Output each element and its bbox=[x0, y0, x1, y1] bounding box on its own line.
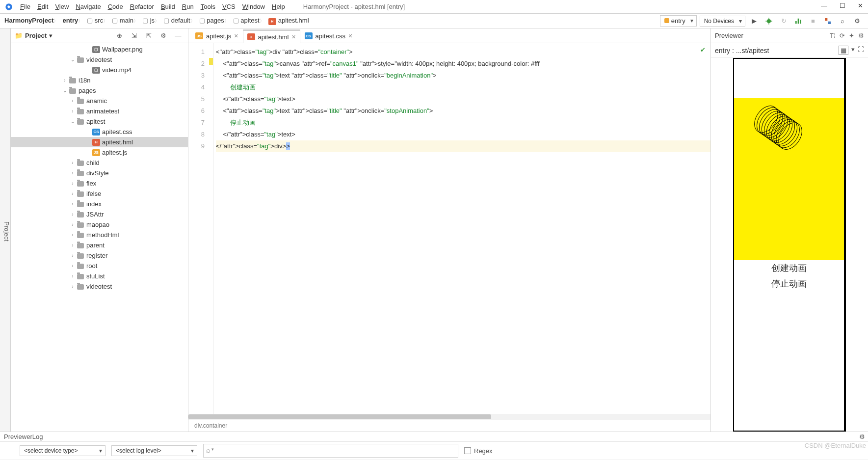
editor-scrollbar[interactable] bbox=[188, 414, 710, 420]
tree-item[interactable]: ›anamic bbox=[11, 96, 188, 106]
tree-item[interactable]: ⌄videotest bbox=[11, 54, 188, 65]
breadcrumb-item[interactable]: Hapitest.hml bbox=[266, 16, 311, 25]
tree-item[interactable]: ›root bbox=[11, 261, 188, 271]
expand-all-icon[interactable]: ⇲ bbox=[128, 30, 140, 42]
close-tab-icon[interactable]: × bbox=[291, 33, 295, 41]
preview-text-begin[interactable]: 创建动画 bbox=[734, 260, 844, 276]
preview-text-stop[interactable]: 停止动画 bbox=[734, 276, 844, 292]
menu-bar: FileEditViewNavigateCodeRefactorBuildRun… bbox=[0, 0, 868, 14]
problems-indicator-icon[interactable]: ✔ bbox=[700, 46, 706, 54]
breadcrumb-item[interactable]: ▢ pages bbox=[197, 16, 231, 25]
profile-icon[interactable] bbox=[792, 15, 804, 27]
breadcrumb-item[interactable]: ▢ js bbox=[140, 16, 161, 25]
tree-item[interactable]: ›videotest bbox=[11, 281, 188, 292]
search-everywhere-icon[interactable]: ⌕ bbox=[837, 15, 848, 27]
breadcrumb-item[interactable]: ▢ apitest bbox=[231, 16, 266, 25]
menu-vcs[interactable]: VCS bbox=[219, 1, 239, 12]
tree-item[interactable]: ›i18n bbox=[11, 75, 188, 85]
menu-window[interactable]: Window bbox=[239, 1, 268, 12]
menu-edit[interactable]: Edit bbox=[34, 1, 52, 12]
tree-item[interactable]: ›ifelse bbox=[11, 189, 188, 199]
menu-refactor[interactable]: Refactor bbox=[127, 1, 158, 12]
menu-navigate[interactable]: Navigate bbox=[72, 1, 104, 12]
svg-point-4 bbox=[750, 103, 783, 137]
watermark: CSDN @EternalDuke bbox=[805, 442, 866, 449]
coverage-icon[interactable]: ↻ bbox=[778, 15, 789, 27]
close-tab-icon[interactable]: × bbox=[348, 32, 352, 40]
maximize-icon[interactable]: ☐ bbox=[840, 2, 845, 9]
run-icon[interactable]: ▶ bbox=[748, 15, 760, 27]
app-logo-icon bbox=[5, 3, 13, 11]
tree-item[interactable]: ›index bbox=[11, 199, 188, 209]
refresh-preview-icon[interactable]: ⟳ bbox=[840, 32, 845, 39]
log-search-input[interactable] bbox=[203, 444, 458, 458]
editor-tab[interactable]: JSapitest.js× bbox=[191, 29, 243, 43]
left-tool-stripe: Project Structure Favorites OhosBuild Va… bbox=[0, 28, 11, 432]
regex-checkbox[interactable]: Regex bbox=[464, 447, 493, 455]
tree-item[interactable]: Hapitest.hml bbox=[11, 137, 188, 147]
menu-run[interactable]: Run bbox=[179, 1, 197, 12]
tree-item[interactable]: ⌄apitest bbox=[11, 116, 188, 127]
device-selector[interactable]: No Devices bbox=[700, 16, 745, 27]
menu-code[interactable]: Code bbox=[105, 1, 127, 12]
text-mode-icon[interactable]: T⁞ bbox=[830, 32, 836, 39]
settings-icon[interactable]: ⚙ bbox=[851, 15, 863, 27]
menu-build[interactable]: Build bbox=[158, 1, 179, 12]
tree-item[interactable]: ›methodHml bbox=[11, 230, 188, 240]
menu-view[interactable]: View bbox=[52, 1, 72, 12]
log-settings-icon[interactable]: ⚙ bbox=[859, 433, 865, 440]
menu-help[interactable]: Help bbox=[268, 1, 289, 12]
tool-settings-icon[interactable]: ⚙ bbox=[158, 30, 169, 42]
editor-tab[interactable]: CSapitest.css× bbox=[300, 29, 357, 43]
tree-item[interactable]: CSapitest.css bbox=[11, 127, 188, 137]
editor-tab[interactable]: Hapitest.hml× bbox=[243, 29, 300, 43]
project-tool-tab[interactable]: Project bbox=[3, 221, 10, 241]
tree-item[interactable]: JSapitest.js bbox=[11, 147, 188, 158]
tree-item[interactable]: ›maopao bbox=[11, 219, 188, 230]
svg-rect-3 bbox=[828, 21, 831, 24]
breadcrumb-item[interactable]: entry bbox=[60, 16, 85, 25]
close-tab-icon[interactable]: × bbox=[234, 32, 238, 40]
tree-item[interactable]: ›child bbox=[11, 158, 188, 168]
hide-tool-icon[interactable]: — bbox=[172, 30, 184, 42]
tree-item[interactable]: ⌄pages bbox=[11, 85, 188, 96]
code-editor[interactable]: 123456789 <"attr">class="tag">div "attr"… bbox=[188, 43, 710, 414]
fullscreen-preview-icon[interactable]: ⛶ bbox=[858, 46, 864, 55]
device-type-filter[interactable]: <select device type> bbox=[20, 445, 105, 456]
tree-item[interactable]: ›animatetest bbox=[11, 106, 188, 116]
log-level-filter[interactable]: <select log level> bbox=[111, 445, 197, 456]
breadcrumb-item[interactable]: HarmonyProject bbox=[2, 16, 60, 25]
tree-item[interactable]: ›flex bbox=[11, 178, 188, 189]
stop-icon[interactable]: ■ bbox=[807, 15, 819, 27]
menu-tools[interactable]: Tools bbox=[197, 1, 219, 12]
locate-icon[interactable]: ⊕ bbox=[113, 30, 125, 42]
close-window-icon[interactable]: ✕ bbox=[858, 2, 863, 9]
run-config-selector[interactable]: entry bbox=[660, 15, 697, 27]
breadcrumb-item[interactable]: ▢ main bbox=[110, 16, 140, 25]
layout-grid-icon[interactable]: ▦ bbox=[839, 46, 848, 55]
tree-item[interactable]: ›JSAttr bbox=[11, 209, 188, 219]
collapse-all-icon[interactable]: ⇱ bbox=[143, 30, 155, 42]
tree-item[interactable]: ›parent bbox=[11, 240, 188, 250]
debug-icon[interactable] bbox=[763, 15, 775, 27]
previewer-settings-icon[interactable]: ⚙ bbox=[858, 32, 864, 39]
tree-item[interactable]: ▢video.mp4 bbox=[11, 65, 188, 75]
layout-dropdown-icon[interactable]: ▾ bbox=[851, 46, 855, 55]
sync-icon[interactable] bbox=[822, 15, 834, 27]
project-view-selector[interactable]: 📁 Project ▾ bbox=[15, 32, 53, 39]
tree-item[interactable]: ▢Wallpaper.png bbox=[11, 44, 188, 54]
svg-point-10 bbox=[764, 111, 797, 147]
tree-item[interactable]: ›stuList bbox=[11, 271, 188, 281]
editor-breadcrumb[interactable]: div.container bbox=[188, 420, 710, 432]
svg-point-11 bbox=[766, 113, 799, 149]
menu-file[interactable]: File bbox=[17, 1, 34, 12]
project-tree[interactable]: ▢Wallpaper.png⌄videotest▢video.mp4›i18n⌄… bbox=[11, 43, 188, 432]
breadcrumb-item[interactable]: ▢ default bbox=[161, 16, 197, 25]
rocket-icon[interactable]: ✦ bbox=[849, 32, 854, 39]
tree-item[interactable]: ›register bbox=[11, 250, 188, 261]
minimize-icon[interactable]: — bbox=[821, 2, 827, 9]
tree-item[interactable]: ›divStyle bbox=[11, 168, 188, 178]
breadcrumb-item[interactable]: ▢ src bbox=[85, 16, 110, 25]
window-title: HarmonyProject - apitest.hml [entry] bbox=[303, 3, 405, 10]
svg-point-8 bbox=[759, 108, 792, 144]
